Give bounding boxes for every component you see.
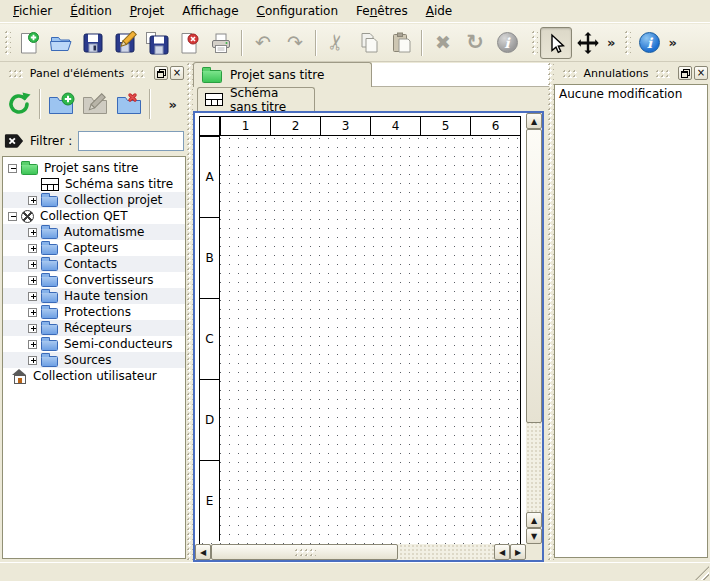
project-tab[interactable]: Projet sans titre xyxy=(193,62,372,87)
copy-button[interactable] xyxy=(353,27,385,59)
tree-item-projet-sans-titre[interactable]: Projet sans titre xyxy=(3,160,185,176)
expand-expander-icon[interactable] xyxy=(28,196,37,205)
folder-icon xyxy=(41,356,58,367)
menu-affichage[interactable]: Affichage xyxy=(173,1,247,21)
scroll-right-button[interactable]: ▶ xyxy=(510,544,526,560)
clear-filter-icon[interactable] xyxy=(4,132,24,150)
save-button[interactable] xyxy=(77,27,109,59)
toolbar-overflow-chevron[interactable]: » xyxy=(604,35,618,50)
edit-element-icon xyxy=(81,91,109,117)
toolbar-overflow-chevron[interactable]: » xyxy=(665,35,679,50)
tree-item-recepteurs[interactable]: Récepteurs xyxy=(3,320,185,336)
toolbar-separator xyxy=(39,89,41,119)
expand-expander-icon[interactable] xyxy=(28,340,37,349)
schema-tab[interactable]: Schéma sans titre xyxy=(197,87,315,111)
tree-item-sources[interactable]: Sources xyxy=(3,352,185,368)
float-panel-button[interactable] xyxy=(678,66,692,80)
row-header: A xyxy=(200,136,220,217)
collapse-expander-icon[interactable] xyxy=(8,212,17,221)
toolbar-separator xyxy=(315,30,317,56)
expand-expander-icon[interactable] xyxy=(28,260,37,269)
expand-expander-icon[interactable] xyxy=(28,276,37,285)
home-icon xyxy=(11,369,27,383)
filter-label: Filtrer : xyxy=(30,134,72,148)
toolbar-drag-handle[interactable] xyxy=(531,30,538,56)
tree-item-capteurs[interactable]: Capteurs xyxy=(3,240,185,256)
project-information-button[interactable]: i xyxy=(633,27,665,59)
undo-list-item[interactable]: Aucune modification xyxy=(559,87,703,101)
collapse-expander-icon[interactable] xyxy=(8,164,17,173)
new-document-button[interactable] xyxy=(13,27,45,59)
close-document-button[interactable] xyxy=(173,27,205,59)
tree-item-automatisme[interactable]: Automatisme xyxy=(3,224,185,240)
paste-button[interactable] xyxy=(385,27,417,59)
expand-expander-icon[interactable] xyxy=(28,244,37,253)
panel-toolbar-overflow-chevron[interactable]: » xyxy=(166,97,180,112)
elements-panel-titlebar[interactable]: Panel d'éléments × xyxy=(2,64,184,82)
expand-expander-icon[interactable] xyxy=(28,292,37,301)
tree-item-convertisseurs[interactable]: Convertisseurs xyxy=(3,272,185,288)
close-panel-button[interactable]: × xyxy=(694,66,708,80)
print-button[interactable] xyxy=(205,27,237,59)
toolbar-drag-handle[interactable] xyxy=(624,30,631,56)
save-as-button[interactable] xyxy=(109,27,141,59)
tree-item-schema-sans-titre[interactable]: Schéma sans titre xyxy=(3,176,185,192)
tree-item-protections[interactable]: Protections xyxy=(3,304,185,320)
vertical-scroll-thumb[interactable] xyxy=(526,129,542,423)
diagram-scene[interactable]: 1 2 3 4 5 6 A B C D E xyxy=(195,113,526,544)
tree-item-semi-conducteurs[interactable]: Semi-conducteurs xyxy=(3,336,185,352)
undo-button[interactable]: ↶ xyxy=(247,27,279,59)
horizontal-scroll-thumb[interactable] xyxy=(211,544,398,560)
tree-item-collection-utilisateur[interactable]: Collection utilisateur xyxy=(3,368,185,384)
menu-configuration[interactable]: Configuration xyxy=(248,1,347,21)
float-panel-button[interactable] xyxy=(154,66,168,80)
tree-item-contacts[interactable]: Contacts xyxy=(3,256,185,272)
resize-grip[interactable] xyxy=(695,566,709,580)
tree-item-haute-tension[interactable]: Haute tension xyxy=(3,288,185,304)
new-element-button[interactable] xyxy=(44,87,78,121)
redo-icon: ↷ xyxy=(287,33,303,52)
reload-collections-button[interactable] xyxy=(2,87,36,121)
scroll-left-button[interactable]: ◀ xyxy=(195,544,211,560)
expand-expander-icon[interactable] xyxy=(28,356,37,365)
expand-expander-icon[interactable] xyxy=(28,324,37,333)
tree-item-collection-projet[interactable]: Collection projet xyxy=(3,192,185,208)
scroll-left-button-2[interactable]: ◀ xyxy=(494,544,510,560)
project-tab-bar-empty xyxy=(372,63,549,87)
delete-button[interactable]: ✖ xyxy=(427,27,459,59)
project-info-icon: i xyxy=(639,32,660,53)
horizontal-scrollbar[interactable]: ◀ ◀ ▶ xyxy=(195,544,526,560)
scroll-down-button[interactable]: ▼ xyxy=(526,528,542,544)
menu-edition[interactable]: Édition xyxy=(61,1,121,21)
rotate-button[interactable]: ↻ xyxy=(459,27,491,59)
expand-expander-icon[interactable] xyxy=(28,228,37,237)
menu-fichier[interactable]: Fichier xyxy=(4,1,61,21)
menu-aide[interactable]: Aide xyxy=(417,1,462,21)
menu-projet[interactable]: Projet xyxy=(121,1,173,21)
toolbar-drag-handle[interactable] xyxy=(4,30,11,56)
expand-expander-icon[interactable] xyxy=(28,308,37,317)
pointer-tool-button[interactable] xyxy=(540,27,572,59)
left-splitter-handle[interactable] xyxy=(186,62,193,560)
close-panel-button[interactable]: × xyxy=(170,66,184,80)
redo-button[interactable]: ↷ xyxy=(279,27,311,59)
save-all-button[interactable] xyxy=(141,27,173,59)
cut-button[interactable]: ✂ xyxy=(321,27,353,59)
move-tool-button[interactable] xyxy=(572,27,604,59)
element-info-button[interactable]: i xyxy=(491,27,523,59)
scroll-up-button[interactable]: ▲ xyxy=(526,113,542,129)
vertical-scrollbar[interactable]: ▲ ▲ ▼ xyxy=(526,113,542,544)
diagram-view[interactable]: 1 2 3 4 5 6 A B C D E ▲ ▲ ▼ ◀ ◀ ▶ xyxy=(193,111,544,562)
undo-history-list[interactable]: Aucune modification xyxy=(554,84,708,558)
titlebar-texture xyxy=(562,69,577,78)
right-splitter-handle[interactable] xyxy=(547,62,554,560)
open-document-button[interactable] xyxy=(45,27,77,59)
scroll-up-button-2[interactable]: ▲ xyxy=(526,512,542,528)
undo-panel-titlebar[interactable]: Annulations × xyxy=(556,64,708,82)
edit-element-button[interactable] xyxy=(78,87,112,121)
tree-item-collection-qet[interactable]: Collection QET xyxy=(3,208,185,224)
filter-input[interactable] xyxy=(78,131,184,151)
new-element-icon xyxy=(47,91,75,117)
menu-fenetres[interactable]: Fenêtres xyxy=(347,1,417,21)
delete-element-button[interactable] xyxy=(112,87,146,121)
